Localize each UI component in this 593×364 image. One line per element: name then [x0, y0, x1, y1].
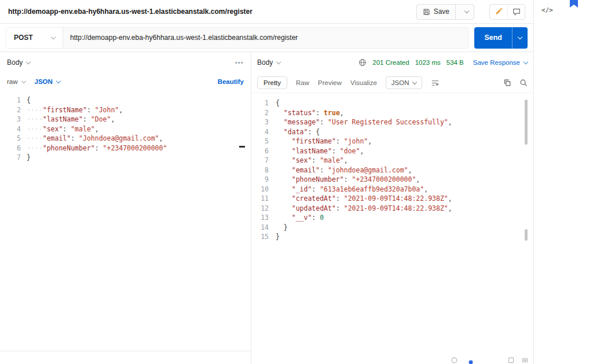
code-snippet-icon[interactable]: </> — [541, 6, 553, 14]
code-line: 11 "createdAt": "2021-09-09T14:48:22.938… — [251, 194, 533, 204]
line-number: 1 — [6, 95, 27, 105]
tab-preview[interactable]: Preview — [318, 79, 342, 86]
line-number: 7 — [6, 153, 27, 163]
chevron-down-icon — [276, 59, 281, 64]
url-input[interactable]: http://demoapp-env.eba-hy6hhara.us-west-… — [63, 28, 468, 48]
code-text: "firstName": "john", — [276, 137, 372, 146]
language-label: JSON — [35, 78, 53, 85]
format-label: raw — [7, 78, 18, 85]
send-button-group: Send — [474, 27, 528, 49]
code-line: 1{ — [251, 98, 533, 108]
response-size[interactable]: 534 B — [446, 59, 464, 66]
url-box: POST http://demoapp-env.eba-hy6hhara.us-… — [6, 27, 468, 49]
save-response-button[interactable]: Save Response — [473, 59, 528, 66]
line-number: 1 — [251, 98, 276, 108]
footer-icon-circle[interactable] — [451, 357, 457, 364]
edit-button[interactable] — [490, 5, 507, 19]
code-line: 9 "phoneNumber": "+2347000200000", — [251, 175, 533, 185]
search-icon — [519, 79, 528, 87]
line-number: 8 — [251, 166, 276, 175]
line-number: 5 — [251, 137, 276, 146]
code-line: 10 "_id": "613a1eb6eaffb9ed320a7b0a", — [251, 185, 533, 194]
response-tools — [503, 79, 528, 87]
code-line: 6 "lastName": "doe", — [251, 146, 533, 156]
code-line[interactable]: 6····"phoneNumber": "+2347000200000" — [6, 144, 251, 153]
save-button[interactable]: Save — [417, 5, 455, 19]
request-body-select[interactable]: Body — [7, 58, 30, 67]
line-number: 3 — [6, 115, 27, 124]
body-format-row: raw JSON Beautify — [0, 73, 251, 90]
code-line: 12 "updatedAt": "2021-09-09T14:48:22.938… — [251, 204, 533, 214]
line-number: 4 — [6, 124, 27, 134]
response-view-tabs: Pretty Raw Preview Visualize JSON — [251, 73, 533, 93]
chevron-down-icon — [464, 8, 469, 13]
response-time[interactable]: 1023 ms — [415, 59, 441, 66]
tab-visualize[interactable]: Visualize — [350, 79, 377, 86]
comments-button[interactable] — [507, 5, 525, 19]
topbar-actions: Save — [416, 4, 525, 20]
code-text: "sex": "male", — [276, 156, 348, 166]
network-globe-icon[interactable] — [358, 58, 367, 67]
code-line: 8 "email": "johndoea@gmail.com", — [251, 166, 533, 175]
beautify-button[interactable]: Beautify — [218, 78, 244, 85]
code-line[interactable]: 5····"email": "Johndoea@gmail.com", — [6, 134, 251, 144]
code-line: 7 "sex": "male", — [251, 156, 533, 166]
line-number: 9 — [251, 175, 276, 185]
footer-icon-grid[interactable] — [522, 357, 528, 364]
save-response-label: Save Response — [473, 59, 520, 66]
response-status-badge[interactable]: 201 Created — [372, 59, 409, 66]
body-format-select[interactable]: raw — [7, 78, 25, 85]
language-select[interactable]: JSON — [35, 78, 60, 85]
wrap-lines-button[interactable] — [431, 79, 440, 87]
code-line[interactable]: 1{ — [6, 95, 251, 105]
line-number: 15 — [251, 232, 276, 242]
response-language-select[interactable]: JSON — [386, 76, 423, 89]
search-response-button[interactable] — [519, 79, 528, 87]
tab-raw[interactable]: Raw — [296, 79, 309, 86]
code-text: "status": true, — [276, 108, 344, 118]
code-text: ····"sex": "male", — [27, 124, 99, 134]
bookmark-icon[interactable] — [570, 0, 578, 8]
copy-response-button[interactable] — [503, 79, 511, 87]
response-panel: Body 201 Created 1023 ms 534 B Save Resp… — [251, 52, 533, 364]
request-body-editor[interactable]: 1{2····"firstName": "John",3····"lastNam… — [0, 90, 251, 163]
code-text: "__v": 0 — [276, 213, 324, 223]
edit-comment-group — [489, 4, 525, 20]
code-text: } — [276, 223, 288, 233]
request-body-label: Body — [7, 58, 23, 67]
chevron-down-icon — [524, 59, 528, 64]
code-line[interactable]: 2····"firstName": "John", — [6, 105, 251, 115]
request-body-header: Body ••• — [0, 52, 251, 73]
code-text: { — [27, 95, 31, 105]
chevron-down-icon — [412, 79, 417, 84]
save-options-button[interactable] — [455, 5, 474, 19]
line-number: 2 — [6, 105, 27, 115]
response-language-label: JSON — [391, 79, 409, 86]
more-options-icon[interactable]: ••• — [235, 60, 244, 66]
line-number: 6 — [6, 144, 27, 153]
scrollbar-thumb[interactable] — [525, 229, 528, 241]
footer-icon-box[interactable] — [508, 357, 514, 364]
request-url-bar: POST http://demoapp-env.eba-hy6hhara.us-… — [0, 24, 533, 52]
code-text: ····"firstName": "John", — [27, 105, 123, 115]
tab-pretty[interactable]: Pretty — [257, 76, 287, 89]
code-line[interactable]: 7} — [6, 153, 251, 163]
code-line[interactable]: 3····"lastName": "Doe", — [6, 115, 251, 124]
code-line[interactable]: 4····"sex": "male", — [6, 124, 251, 134]
copy-icon — [503, 79, 511, 87]
send-options-button[interactable] — [512, 27, 528, 49]
code-text: } — [27, 153, 31, 163]
comment-icon — [513, 8, 521, 16]
response-body-select[interactable]: Body — [257, 58, 280, 67]
footer-icon-dot[interactable] — [468, 358, 473, 364]
pencil-icon — [495, 8, 503, 16]
code-line: 15} — [251, 232, 533, 242]
scrollbar-thumb[interactable] — [525, 100, 528, 145]
app-window: http://demoapp-env.eba-hy6hhara.us-west-… — [0, 0, 533, 364]
code-text: "updatedAt": "2021-09-09T14:48:22.938Z", — [276, 204, 452, 214]
method-select[interactable]: POST — [6, 28, 63, 48]
editor-bottom-divider — [0, 351, 251, 351]
method-label: POST — [14, 34, 33, 42]
response-header: Body 201 Created 1023 ms 534 B Save Resp… — [251, 52, 533, 73]
send-button[interactable]: Send — [474, 27, 512, 49]
